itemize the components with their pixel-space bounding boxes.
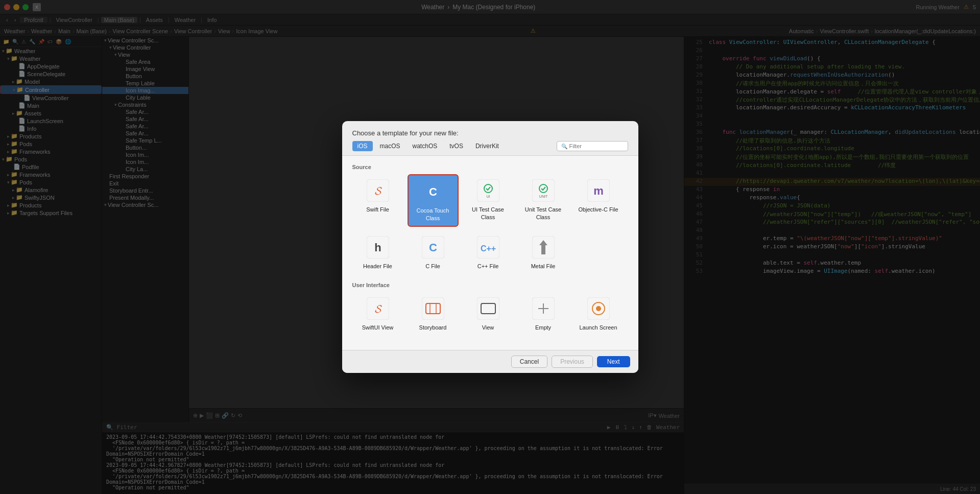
header-icon: h xyxy=(366,235,390,260)
svg-text:C: C xyxy=(429,185,437,198)
cocoa-touch-icon: C xyxy=(421,179,445,204)
modal-tab-driverkit[interactable]: DriverKit xyxy=(470,141,504,151)
modal-title: Choose a template for your new file: xyxy=(352,129,459,137)
svg-text:𝓢: 𝓢 xyxy=(374,184,381,197)
template-c-file[interactable]: C C File xyxy=(408,231,459,274)
svg-text:C: C xyxy=(429,241,437,254)
view-icon xyxy=(476,296,500,321)
modal-tab-watchos[interactable]: watchOS xyxy=(408,141,443,151)
modal-content: Source 𝓢 Swift File xyxy=(342,156,638,349)
template-swift-file[interactable]: 𝓢 Swift File xyxy=(352,174,403,227)
modal-tab-macos[interactable]: macOS xyxy=(375,141,405,151)
svg-text:h: h xyxy=(374,241,381,254)
cpp-file-icon: C++ xyxy=(476,235,500,260)
template-storyboard[interactable]: Storyboard xyxy=(408,292,459,335)
svg-text:𝓢: 𝓢 xyxy=(374,302,381,315)
source-template-grid: 𝓢 Swift File C Cocoa Touch Class xyxy=(352,174,628,227)
svg-text:UI: UI xyxy=(486,195,490,198)
svg-rect-26 xyxy=(477,297,499,320)
cancel-button[interactable]: Cancel xyxy=(511,356,547,368)
next-button[interactable]: Next xyxy=(597,356,630,367)
launch-screen-label: Launch Screen xyxy=(580,324,617,331)
storyboard-icon xyxy=(421,296,445,321)
svg-text:m: m xyxy=(593,184,604,197)
header-label: Header File xyxy=(363,263,392,270)
objc-icon: m xyxy=(586,178,611,203)
modal-tab-tvos[interactable]: tvOS xyxy=(444,141,468,151)
view-label: View xyxy=(482,324,494,331)
modal-overlay: Choose a template for your new file: iOS… xyxy=(0,0,980,494)
storyboard-label: Storyboard xyxy=(419,324,447,331)
modal-tab-bar: iOS macOS watchOS tvOS DriverKit 🔍 xyxy=(342,141,638,156)
empty-label: Empty xyxy=(535,324,551,331)
metal-icon xyxy=(531,235,556,260)
template-empty[interactable]: Empty xyxy=(518,292,569,335)
template-cpp-file[interactable]: C++ C++ File xyxy=(463,231,514,274)
modal-filter-box: 🔍 xyxy=(557,141,628,151)
ui-template-grid: 𝓢 SwiftUI View Stor xyxy=(352,292,628,335)
template-metal[interactable]: Metal File xyxy=(518,231,569,274)
cocoa-touch-label: Cocoa Touch Class xyxy=(412,207,455,222)
new-file-modal: Choose a template for your new file: iOS… xyxy=(342,121,638,372)
ui-section-label: User Interface xyxy=(352,282,628,288)
svg-text:UNIT: UNIT xyxy=(539,195,547,198)
swift-file-icon: 𝓢 xyxy=(366,178,390,203)
source-template-grid-2: h Header File C C File xyxy=(352,231,628,274)
ui-test-label: UI Test Case Class xyxy=(466,206,511,221)
swiftui-icon: 𝓢 xyxy=(366,296,390,321)
empty-icon xyxy=(531,296,556,321)
modal-tab-ios[interactable]: iOS xyxy=(352,141,373,151)
metal-label: Metal File xyxy=(531,263,556,270)
objc-label: Objective-C File xyxy=(578,206,618,213)
unit-test-label: Unit Test Case Class xyxy=(521,206,566,221)
swift-file-label: Swift File xyxy=(366,206,389,213)
template-view[interactable]: View xyxy=(463,292,514,335)
filter-input[interactable] xyxy=(569,143,624,149)
template-objc[interactable]: m Objective-C File xyxy=(573,174,624,227)
svg-rect-7 xyxy=(532,179,555,202)
launch-screen-icon xyxy=(586,296,611,321)
svg-text:C++: C++ xyxy=(480,244,495,253)
svg-rect-22 xyxy=(422,297,444,320)
template-header[interactable]: h Header File xyxy=(352,231,403,274)
template-launch-screen[interactable]: Launch Screen xyxy=(573,292,624,335)
ui-test-icon: UI xyxy=(476,178,500,203)
c-file-icon: C xyxy=(421,235,445,260)
modal-header: Choose a template for your new file: xyxy=(342,121,638,141)
modal-footer: Cancel Previous Next xyxy=(342,350,638,373)
template-swiftui[interactable]: 𝓢 SwiftUI View xyxy=(352,292,403,335)
template-cocoa-touch[interactable]: C Cocoa Touch Class xyxy=(408,174,459,227)
filter-icon: 🔍 xyxy=(561,144,567,149)
source-section-label: Source xyxy=(352,164,628,170)
unit-test-icon: UNIT xyxy=(531,178,556,203)
cpp-file-label: C++ File xyxy=(477,263,499,270)
svg-rect-4 xyxy=(477,179,499,202)
previous-button[interactable]: Previous xyxy=(552,356,593,368)
template-ui-test[interactable]: UI UI Test Case Class xyxy=(463,174,514,227)
c-file-label: C File xyxy=(425,263,440,270)
template-unit-test[interactable]: UNIT Unit Test Case Class xyxy=(518,174,569,227)
svg-point-33 xyxy=(596,306,601,311)
swiftui-label: SwiftUI View xyxy=(362,324,394,331)
